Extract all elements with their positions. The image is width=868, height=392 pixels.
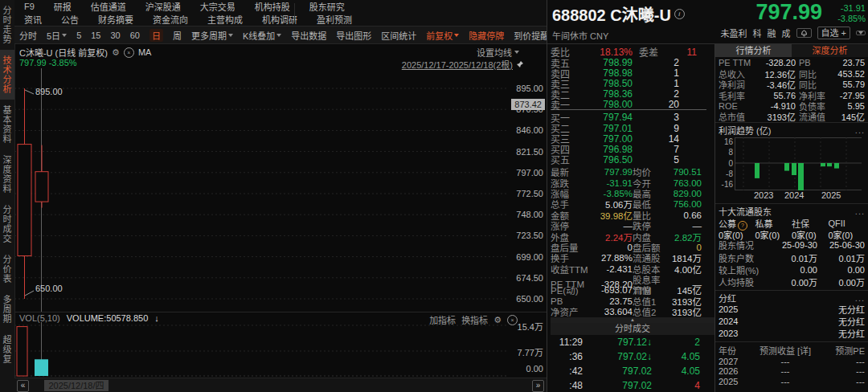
holder-row: 股东户数0.01万0.01万 — [719, 251, 865, 263]
period-daily-active[interactable]: 日 — [149, 29, 163, 42]
financial-row: 总收入12.36亿同比453.52 — [719, 67, 865, 78]
financial-row: PE TTM-328.20PB23.75 — [719, 57, 865, 67]
menu-main-business[interactable]: 主营构成 — [207, 13, 243, 26]
kline-overlay-dropdown[interactable]: K线叠加 — [243, 29, 281, 42]
collapse-handle[interactable]: ▲ — [551, 317, 714, 323]
stat-row: 盘后量0盘后额0 — [551, 241, 714, 251]
watchlist-dropdown[interactable] — [856, 31, 866, 35]
candlestick-chart[interactable] — [14, 68, 547, 312]
add-indicator-button[interactable]: 加指标 — [429, 313, 456, 326]
caret-down-icon — [858, 31, 863, 35]
export-data-button[interactable]: 导出数据 — [291, 29, 326, 42]
financial-row: 毛利率55.76净利率-27.95 — [719, 89, 865, 100]
price-alert-button[interactable]: 到价提醒 — [514, 29, 549, 42]
close-icon[interactable]: × — [507, 315, 518, 325]
ask-row[interactable]: 卖四798.981 — [551, 67, 714, 77]
sidebar-item-price-table[interactable]: 分价表 — [0, 249, 14, 289]
alert-bell-button[interactable] — [796, 28, 812, 38]
caret-down-icon — [454, 34, 459, 37]
menu-institution-survey[interactable]: 机构调研 — [262, 13, 297, 26]
stat-row: 金额39.98亿量比0.66 — [551, 209, 714, 219]
menu-f9[interactable]: F9 — [24, 2, 35, 11]
forecast-earnings-header[interactable]: 预测收益 [详] — [751, 344, 820, 357]
sidebar-item-tick-trades[interactable]: 分时成交 — [0, 199, 14, 249]
forward-adjust-dropdown[interactable]: 前复权 — [426, 29, 459, 42]
bid-row[interactable]: 买五796.505 — [551, 153, 714, 163]
chart-scrollbar[interactable]: « 2025/12/18/四 » — [14, 378, 547, 392]
menu-institution-holdings[interactable]: 机构持股 — [255, 0, 290, 13]
switch-indicator-button[interactable]: 换指标 — [461, 313, 488, 326]
dividend-row: 2023无分红 — [719, 328, 865, 340]
gear-icon[interactable]: ⚙ — [493, 315, 502, 325]
ma-settings-dropdown[interactable]: 设置均线 — [477, 46, 519, 59]
more-button[interactable]: ... — [855, 125, 865, 135]
menu-money-flow[interactable]: 资金流向 — [153, 13, 188, 26]
range-statistics-button[interactable]: 区间统计 — [381, 29, 416, 42]
currency-label: CNY — [590, 31, 608, 41]
menu-news[interactable]: 资讯 — [24, 13, 42, 26]
export-image-button[interactable]: 导出图形 — [336, 29, 371, 42]
sidebar-item-fundamentals[interactable]: 基本资料 — [0, 100, 14, 149]
sidebar-item-deep-info[interactable]: 深度资料 — [0, 149, 14, 199]
tab-depth-analysis[interactable]: 深度分析 — [792, 44, 868, 57]
stock-trading-terminal: 分时走势 技术分析 基本资料 深度资料 分时成交 分价表 多周期 超级复 F9 … — [0, 0, 868, 392]
more-periods-dropdown[interactable]: 更多周期 — [191, 29, 233, 42]
sidebar-item-super-replay[interactable]: 超级复 — [0, 329, 14, 370]
scroll-right-button[interactable]: » — [532, 380, 544, 392]
period-60min[interactable]: 60 — [130, 31, 140, 40]
sidebar-item-technical-analysis[interactable]: 技术分析 — [0, 50, 14, 100]
info-icon[interactable]: i — [674, 9, 685, 19]
more-button[interactable]: ... — [855, 293, 865, 303]
menu-valuation-channel[interactable]: 估值通道 — [91, 0, 126, 13]
period-intraday[interactable]: 分时 — [19, 29, 37, 42]
badge-star-market: 科 — [753, 27, 762, 39]
menu-financial-summary[interactable]: 财务摘要 — [98, 13, 133, 26]
period-toolbar: 分时 5日 5 15 30 60 日 周 更多周期 K线叠加 导出数据 导出图形… — [14, 26, 547, 44]
caret-down-icon — [62, 34, 67, 37]
profit-trend-chart: 168 0-8 -16 2023 2024 2025 — [719, 137, 865, 202]
period-5day[interactable]: 5日 — [47, 29, 67, 42]
low-annotation: 650.00 — [35, 284, 63, 293]
period-5min[interactable]: 5 — [76, 31, 81, 40]
period-15min[interactable]: 15 — [91, 31, 100, 40]
bid-row[interactable]: 买三797.0014 — [551, 132, 714, 142]
ask-row[interactable]: 卖三798.501 — [551, 77, 714, 88]
menu-hk-connect[interactable]: 沪深股通 — [145, 0, 181, 13]
tick-trade-row: :42797.024.05 — [551, 364, 714, 378]
menu-research-reports[interactable]: 研报 — [54, 0, 72, 13]
menu-block-trades[interactable]: 大宗交易 — [200, 0, 235, 13]
bell-icon — [800, 29, 808, 37]
bid-row[interactable]: 买一797.943 — [551, 111, 714, 121]
tick-trade-row: :36797.02↓4.05 — [551, 349, 714, 364]
holder-col-label: QFII — [829, 218, 866, 228]
pin-icon — [516, 60, 524, 68]
add-watchlist-button[interactable]: 自选 + — [817, 27, 850, 39]
bid-row[interactable]: 买四796.987 — [551, 142, 714, 153]
ask-row[interactable]: 卖一798.0020 — [551, 98, 714, 108]
menu-shareholder-research[interactable]: 股东研究 — [309, 0, 345, 13]
hide-suspended-button[interactable]: 隐藏停牌 — [469, 29, 504, 42]
date-chip[interactable]: 2025/12/18/四 — [44, 380, 108, 391]
period-weekly[interactable]: 周 — [173, 29, 182, 42]
high-annotation: 895.00 — [35, 87, 63, 96]
more-button[interactable]: ... — [855, 206, 865, 216]
sidebar-item-multi-period[interactable]: 多周期 — [0, 289, 14, 329]
menu-announcements[interactable]: 公告 — [61, 13, 79, 26]
period-30min[interactable]: 30 — [111, 31, 121, 40]
caret-down-icon — [514, 51, 519, 54]
holder-row: 股东情况25-09-3025-06-30 — [719, 239, 865, 251]
tab-market-analysis[interactable]: 行情分析 — [715, 44, 792, 57]
gear-icon[interactable]: ⚙ — [112, 47, 120, 58]
volume-indicator-label[interactable]: VOL(5,10) — [19, 313, 60, 323]
bid-row[interactable]: 买二797.019 — [551, 121, 714, 132]
candlestick-plot: 895.00870.50 846.00821.50 797.00772.50 7… — [14, 68, 547, 312]
menu-profit-forecast[interactable]: 盈利预测 — [317, 13, 352, 26]
sidebar-item-timeline[interactable]: 分时走势 — [0, 0, 14, 50]
close-icon[interactable]: × — [124, 47, 134, 58]
chart-quote-line: 797.99 -3.85% — [19, 58, 77, 67]
scroll-left-button[interactable]: « — [17, 380, 29, 392]
financial-row: 净利润-3.46亿同比55.79 — [719, 78, 865, 88]
forecast-pe-header: 预测PE — [820, 344, 865, 357]
stat-row: 外盘2.24万内盘2.82万 — [551, 231, 714, 241]
ask-row[interactable]: 卖二798.362 — [551, 88, 714, 98]
